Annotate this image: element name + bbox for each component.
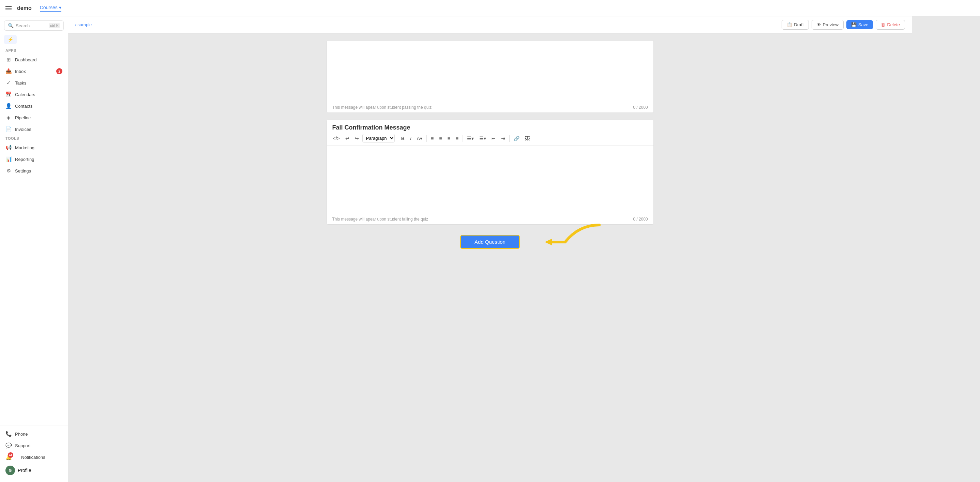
main-content: ‹ sample 📋 Draft 👁 Preview 💾 Save	[68, 16, 912, 482]
sidebar-search[interactable]: 🔍 Search ctrl K	[4, 21, 64, 31]
save-button[interactable]: 💾 Save	[846, 20, 873, 29]
sidebar-item-inbox[interactable]: 📥 Inbox 2	[0, 65, 68, 77]
dashboard-icon: ⊞	[5, 57, 11, 63]
sidebar-item-settings[interactable]: ⚙ Settings	[0, 165, 68, 177]
paragraph-select[interactable]: Paragraph Heading 1 Heading 2	[362, 134, 395, 143]
fail-section-title: Fail Confirmation Message	[327, 120, 654, 131]
align-left-button[interactable]: ≡	[429, 134, 436, 143]
sub-actions: 📋 Draft 👁 Preview 💾 Save 🗑 Delete	[782, 20, 905, 30]
sidebar-item-label: Contacts	[15, 103, 32, 109]
pass-content-area[interactable]	[327, 41, 654, 102]
save-icon: 💾	[851, 22, 857, 27]
align-center-button[interactable]: ≡	[437, 134, 444, 143]
arrow-annotation	[538, 221, 606, 256]
tools-section-label: Tools	[0, 135, 68, 142]
sidebar-item-tasks[interactable]: ✓ Tasks	[0, 77, 68, 89]
phone-icon: 📞	[5, 431, 11, 437]
divider-1	[397, 135, 397, 142]
inbox-icon: 📥	[5, 68, 11, 74]
sidebar-item-calendars[interactable]: 📅 Calendars	[0, 89, 68, 100]
sidebar-item-label: Dashboard	[15, 57, 37, 62]
undo-button[interactable]: ↩	[343, 134, 352, 143]
back-link[interactable]: ‹ sample	[75, 22, 92, 27]
breadcrumb: ‹ sample	[75, 22, 92, 27]
fail-hint-text: This message will apear upon student fai…	[332, 217, 428, 221]
search-label: Search	[16, 23, 47, 28]
notifications-badge: 44	[8, 452, 13, 458]
sidebar-item-label: Calendars	[15, 92, 35, 97]
pipeline-icon: ◈	[5, 115, 11, 121]
back-chevron: ‹	[75, 22, 76, 27]
sidebar-item-pipeline[interactable]: ◈ Pipeline	[0, 112, 68, 123]
sidebar-item-label: Invoices	[15, 127, 31, 132]
sub-header: ‹ sample 📋 Draft 👁 Preview 💾 Save	[68, 16, 912, 33]
pass-hint-text: This message will apear upon student pas…	[332, 105, 432, 110]
redo-button[interactable]: ↪	[353, 134, 361, 143]
lightning-button[interactable]: ⚡	[4, 35, 17, 44]
code-button[interactable]: </>	[331, 134, 342, 143]
profile-label: Profile	[18, 468, 31, 473]
contacts-icon: 👤	[5, 103, 11, 109]
italic-button[interactable]: I	[408, 134, 414, 143]
sidebar-item-contacts[interactable]: 👤 Contacts	[0, 100, 68, 112]
sidebar-item-phone[interactable]: 📞 Phone	[0, 428, 68, 440]
sidebar-item-invoices[interactable]: 📄 Invoices	[0, 123, 68, 135]
sidebar: 🔍 Search ctrl K ⚡ Apps ⊞ Dashboard 📥 Inb…	[0, 16, 68, 482]
sidebar-item-dashboard[interactable]: ⊞ Dashboard	[0, 54, 68, 65]
fail-confirmation-card: Fail Confirmation Message </> ↩ ↪ Paragr…	[326, 120, 654, 224]
editor-area: This message will apear upon student pas…	[68, 33, 912, 482]
pass-char-count: 0 / 2000	[633, 105, 648, 110]
right-panel	[912, 16, 980, 482]
ordered-list-button[interactable]: ☰▾	[477, 134, 488, 143]
inbox-badge: 2	[56, 68, 62, 74]
align-right-button[interactable]: ≡	[445, 134, 452, 143]
align-justify-button[interactable]: ≡	[454, 134, 460, 143]
fail-editor-toolbar: </> ↩ ↪ Paragraph Heading 1 Heading 2 B …	[327, 131, 654, 146]
indent-more-button[interactable]: ⇥	[499, 134, 507, 143]
text-color-button[interactable]: A▾	[415, 134, 425, 143]
top-nav: demo Courses ▾	[0, 0, 980, 16]
draft-button[interactable]: 📋 Draft	[782, 20, 808, 30]
settings-icon: ⚙	[5, 168, 11, 174]
fail-content-area[interactable]	[327, 146, 654, 214]
calendars-icon: 📅	[5, 91, 11, 97]
sidebar-item-marketing[interactable]: 📢 Marketing	[0, 142, 68, 153]
sidebar-bottom: 📞 Phone 💬 Support 🔔 44 Notifications G P…	[0, 425, 68, 478]
delete-icon: 🗑	[881, 22, 885, 27]
search-kbd: ctrl K	[49, 23, 60, 28]
apps-section-label: Apps	[0, 47, 68, 54]
marketing-icon: 📢	[5, 145, 11, 151]
back-label: sample	[77, 22, 92, 27]
sidebar-item-label: Pipeline	[15, 115, 31, 120]
tasks-icon: ✓	[5, 80, 11, 86]
indent-less-button[interactable]: ⇤	[490, 134, 498, 143]
nav-tab-courses[interactable]: Courses ▾	[40, 5, 61, 11]
sidebar-item-label: Support	[15, 443, 31, 448]
fail-char-count: 0 / 2000	[633, 217, 648, 221]
hamburger-menu[interactable]	[5, 6, 11, 10]
sidebar-item-reporting[interactable]: 📊 Reporting	[0, 153, 68, 165]
pass-hint-bar: This message will apear upon student pas…	[327, 102, 654, 113]
sidebar-item-support[interactable]: 💬 Support	[0, 440, 68, 451]
add-question-area: Add Question	[326, 231, 654, 252]
sidebar-item-label: Reporting	[15, 157, 34, 162]
delete-button[interactable]: 🗑 Delete	[876, 20, 905, 30]
sidebar-item-label: Marketing	[15, 145, 34, 150]
avatar: G	[5, 466, 15, 475]
sidebar-item-notifications[interactable]: 🔔 44 Notifications	[0, 451, 68, 463]
body-layout: 🔍 Search ctrl K ⚡ Apps ⊞ Dashboard 📥 Inb…	[0, 16, 980, 482]
sidebar-item-label: Settings	[15, 169, 31, 173]
app-logo: demo	[17, 5, 32, 11]
sidebar-item-profile[interactable]: G Profile	[0, 463, 68, 478]
link-button[interactable]: 🔗	[512, 134, 522, 143]
preview-button[interactable]: 👁 Preview	[811, 20, 844, 30]
bullet-list-button[interactable]: ☰▾	[465, 134, 476, 143]
fail-hint-bar: This message will apear upon student fai…	[327, 214, 654, 224]
bold-button[interactable]: B	[399, 134, 407, 143]
divider-2	[426, 135, 427, 142]
sidebar-item-label: Tasks	[15, 80, 26, 86]
support-icon: 💬	[5, 442, 11, 449]
image-button[interactable]: 🖼	[523, 134, 532, 143]
add-question-button[interactable]: Add Question	[460, 235, 520, 249]
invoices-icon: 📄	[5, 126, 11, 132]
